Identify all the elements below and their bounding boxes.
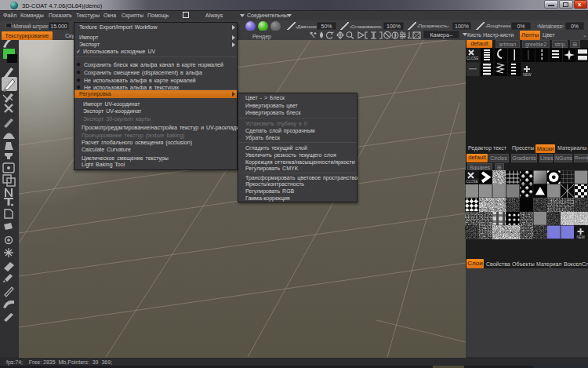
svg-text:CLOSE: CLOSE [466, 180, 478, 184]
svg-text:NEW: NEW [577, 235, 586, 239]
svg-text:NEW: NEW [523, 73, 532, 77]
svg-text:CLOSE: CLOSE [466, 56, 478, 60]
